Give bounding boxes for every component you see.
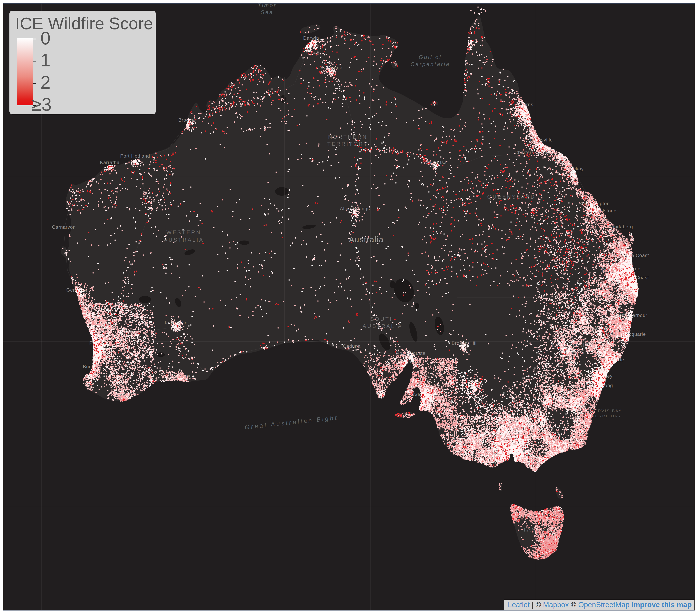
svg-text:WESTERN: WESTERN bbox=[166, 230, 201, 235]
svg-text:Great Australian Bight: Great Australian Bight bbox=[244, 414, 338, 431]
svg-text:Darwin: Darwin bbox=[303, 35, 319, 41]
svg-text:Carnarvon: Carnarvon bbox=[52, 224, 76, 230]
svg-text:Carpentaria: Carpentaria bbox=[411, 61, 450, 67]
svg-text:Timor: Timor bbox=[258, 3, 277, 8]
svg-text:Katherine: Katherine bbox=[321, 65, 342, 70]
svg-text:Karratha: Karratha bbox=[100, 160, 120, 165]
svg-text:AUSTRALIA: AUSTRALIA bbox=[164, 237, 204, 243]
svg-text:Australia: Australia bbox=[349, 235, 384, 244]
svg-text:TERRITORY: TERRITORY bbox=[592, 414, 622, 418]
svg-text:NORTHERN: NORTHERN bbox=[328, 134, 368, 140]
svg-text:TERRITORY: TERRITORY bbox=[327, 141, 368, 147]
svg-text:JERVIS BAY: JERVIS BAY bbox=[592, 409, 622, 413]
svg-text:SOUTH: SOUTH bbox=[370, 316, 395, 322]
svg-text:Sea: Sea bbox=[261, 9, 273, 15]
svg-text:Gulf of: Gulf of bbox=[419, 54, 442, 60]
svg-text:Port Hedland: Port Hedland bbox=[120, 153, 150, 159]
